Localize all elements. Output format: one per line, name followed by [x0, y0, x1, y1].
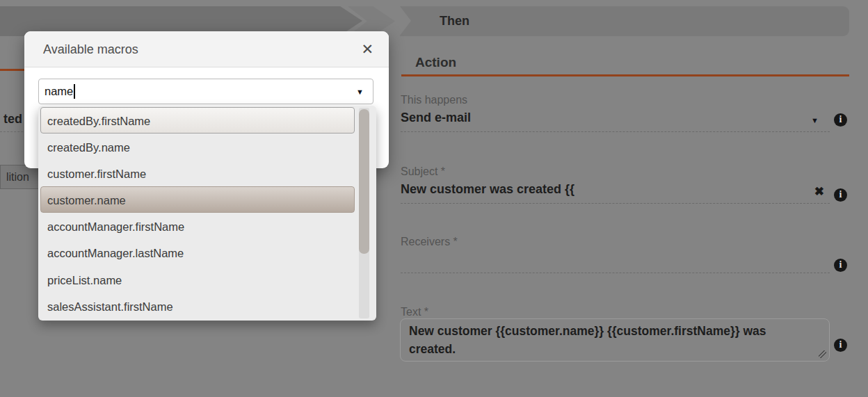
subject-value: New customer was created {{ — [401, 182, 574, 196]
receivers-label: Receivers * — [401, 236, 458, 248]
text-textarea[interactable]: New customer {{customer.name}} {{custome… — [400, 318, 830, 362]
macro-option[interactable]: accountManager.lastName — [40, 239, 355, 266]
dialog-title: Available macros — [43, 42, 138, 56]
macro-option[interactable]: customer.firstName — [40, 160, 355, 186]
this-happens-value: Send e-mail — [401, 111, 471, 124]
macro-option[interactable]: createdBy.name — [40, 133, 355, 160]
chevron-down-icon[interactable]: ▼ — [811, 116, 819, 124]
action-section-underline — [401, 74, 849, 76]
left-section-underline — [0, 69, 24, 71]
macro-search-value: name — [45, 85, 73, 98]
subject-input[interactable]: New customer was created {{ ✖ — [401, 182, 830, 204]
this-happens-info-icon[interactable]: i — [834, 113, 847, 127]
macro-option[interactable]: priceList.name — [40, 266, 355, 293]
left-field-value-fragment: ted — [3, 112, 22, 127]
macro-option[interactable]: customer.name — [40, 186, 355, 213]
macro-option[interactable]: createdBy.firstName — [40, 107, 355, 133]
macro-option[interactable]: accountManager.firstName — [40, 213, 355, 239]
macro-dropdown-panel: createdBy.firstNamecreatedBy.namecustome… — [38, 106, 376, 321]
this-happens-label: This happens — [401, 94, 467, 106]
subject-info-icon[interactable]: i — [834, 188, 847, 202]
scrollbar-track[interactable] — [359, 108, 369, 318]
resize-grip-icon[interactable] — [819, 350, 826, 358]
text-info-icon[interactable]: i — [834, 339, 847, 352]
clear-subject-icon[interactable]: ✖ — [814, 184, 824, 199]
subject-label: Subject * — [401, 165, 445, 178]
text-cursor — [74, 84, 75, 99]
text-label: Text * — [401, 306, 428, 318]
this-happens-select[interactable]: Send e-mail ▼ — [401, 111, 830, 132]
macro-options-list: createdBy.firstNamecreatedBy.namecustome… — [40, 107, 355, 319]
receivers-info-icon[interactable]: i — [834, 259, 847, 272]
dialog-header: Available macros ✕ — [24, 31, 389, 67]
action-section-heading: Action — [415, 55, 456, 70]
text-value: New customer {{customer.name}} {{custome… — [409, 324, 766, 356]
scrollbar-thumb[interactable] — [359, 109, 369, 254]
macro-option[interactable]: salesAssistant.firstName — [40, 293, 355, 319]
combo-dropdown-icon[interactable]: ▼ — [356, 88, 364, 96]
receivers-input[interactable] — [401, 252, 830, 273]
workflow-band-then: Then — [400, 6, 849, 36]
macro-search-input[interactable]: name ▼ — [38, 79, 373, 104]
then-band-label: Then — [440, 6, 849, 36]
close-icon[interactable]: ✕ — [361, 31, 373, 67]
